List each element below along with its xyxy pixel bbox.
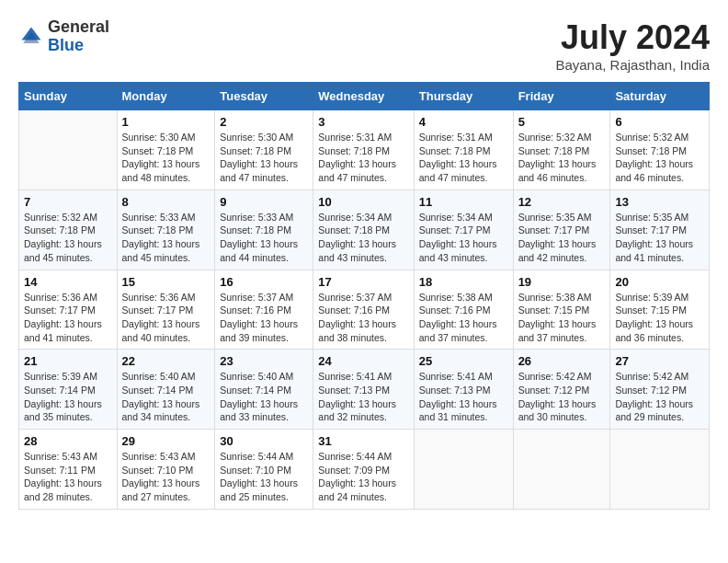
calendar-cell: 22Sunrise: 5:40 AMSunset: 7:14 PMDayligh…	[117, 350, 215, 430]
day-number: 22	[122, 354, 210, 368]
calendar-cell: 27Sunrise: 5:42 AMSunset: 7:12 PMDayligh…	[610, 350, 710, 430]
weekday-header: Saturday	[610, 83, 710, 110]
calendar-cell: 10Sunrise: 5:34 AMSunset: 7:18 PMDayligh…	[313, 190, 414, 270]
title-block: July 2024 Bayana, Rajasthan, India	[555, 18, 710, 73]
weekday-header: Wednesday	[313, 83, 414, 110]
calendar-cell: 7Sunrise: 5:32 AMSunset: 7:18 PMDaylight…	[19, 190, 118, 270]
day-number: 24	[318, 354, 408, 368]
calendar-cell: 1Sunrise: 5:30 AMSunset: 7:18 PMDaylight…	[117, 110, 215, 190]
day-number: 30	[220, 434, 308, 448]
day-number: 5	[518, 115, 606, 129]
day-info: Sunrise: 5:30 AMSunset: 7:18 PMDaylight:…	[122, 131, 210, 185]
day-number: 11	[419, 195, 508, 209]
calendar-cell: 26Sunrise: 5:42 AMSunset: 7:12 PMDayligh…	[513, 350, 610, 430]
weekday-header: Friday	[513, 83, 610, 110]
day-number: 19	[518, 275, 606, 289]
day-info: Sunrise: 5:32 AMSunset: 7:18 PMDaylight:…	[518, 131, 606, 185]
weekday-header: Thursday	[414, 83, 513, 110]
calendar-week-row: 28Sunrise: 5:43 AMSunset: 7:11 PMDayligh…	[19, 430, 710, 510]
day-info: Sunrise: 5:42 AMSunset: 7:12 PMDaylight:…	[615, 370, 704, 424]
calendar-cell: 30Sunrise: 5:44 AMSunset: 7:10 PMDayligh…	[215, 430, 313, 510]
day-info: Sunrise: 5:34 AMSunset: 7:17 PMDaylight:…	[419, 211, 508, 265]
calendar-cell: 21Sunrise: 5:39 AMSunset: 7:14 PMDayligh…	[19, 350, 118, 430]
day-number: 20	[615, 275, 704, 289]
calendar-cell: 15Sunrise: 5:36 AMSunset: 7:17 PMDayligh…	[117, 270, 215, 350]
day-number: 4	[419, 115, 508, 129]
page-header: General Blue July 2024 Bayana, Rajasthan…	[18, 18, 710, 73]
calendar-cell: 12Sunrise: 5:35 AMSunset: 7:17 PMDayligh…	[513, 190, 610, 270]
day-number: 12	[518, 195, 606, 209]
day-number: 9	[220, 195, 308, 209]
day-info: Sunrise: 5:40 AMSunset: 7:14 PMDaylight:…	[220, 370, 308, 424]
day-info: Sunrise: 5:32 AMSunset: 7:18 PMDaylight:…	[24, 211, 112, 265]
day-info: Sunrise: 5:30 AMSunset: 7:18 PMDaylight:…	[220, 131, 308, 185]
calendar-cell	[414, 430, 513, 510]
calendar-cell: 5Sunrise: 5:32 AMSunset: 7:18 PMDaylight…	[513, 110, 610, 190]
day-info: Sunrise: 5:38 AMSunset: 7:16 PMDaylight:…	[419, 291, 508, 345]
day-number: 17	[318, 275, 408, 289]
day-info: Sunrise: 5:43 AMSunset: 7:11 PMDaylight:…	[24, 450, 112, 504]
weekday-header: Monday	[117, 83, 215, 110]
day-info: Sunrise: 5:41 AMSunset: 7:13 PMDaylight:…	[419, 370, 508, 424]
day-info: Sunrise: 5:37 AMSunset: 7:16 PMDaylight:…	[220, 291, 308, 345]
calendar-cell: 11Sunrise: 5:34 AMSunset: 7:17 PMDayligh…	[414, 190, 513, 270]
day-number: 18	[419, 275, 508, 289]
calendar-cell: 23Sunrise: 5:40 AMSunset: 7:14 PMDayligh…	[215, 350, 313, 430]
day-info: Sunrise: 5:32 AMSunset: 7:18 PMDaylight:…	[615, 131, 704, 185]
day-number: 26	[518, 354, 606, 368]
calendar-cell: 28Sunrise: 5:43 AMSunset: 7:11 PMDayligh…	[19, 430, 118, 510]
day-number: 28	[24, 434, 112, 448]
day-number: 1	[122, 115, 210, 129]
day-number: 6	[615, 115, 704, 129]
day-number: 16	[220, 275, 308, 289]
day-number: 8	[122, 195, 210, 209]
logo-general: General	[48, 17, 109, 36]
calendar-cell: 17Sunrise: 5:37 AMSunset: 7:16 PMDayligh…	[313, 270, 414, 350]
calendar-cell: 6Sunrise: 5:32 AMSunset: 7:18 PMDaylight…	[610, 110, 710, 190]
day-info: Sunrise: 5:39 AMSunset: 7:14 PMDaylight:…	[24, 370, 112, 424]
logo: General Blue	[18, 18, 109, 55]
weekday-header: Sunday	[19, 83, 118, 110]
day-info: Sunrise: 5:36 AMSunset: 7:17 PMDaylight:…	[24, 291, 112, 345]
calendar-cell: 29Sunrise: 5:43 AMSunset: 7:10 PMDayligh…	[117, 430, 215, 510]
calendar-week-row: 1Sunrise: 5:30 AMSunset: 7:18 PMDaylight…	[19, 110, 710, 190]
day-info: Sunrise: 5:41 AMSunset: 7:13 PMDaylight:…	[318, 370, 408, 424]
day-info: Sunrise: 5:39 AMSunset: 7:15 PMDaylight:…	[615, 291, 704, 345]
day-number: 23	[220, 354, 308, 368]
day-number: 2	[220, 115, 308, 129]
day-info: Sunrise: 5:42 AMSunset: 7:12 PMDaylight:…	[518, 370, 606, 424]
logo-text: General Blue	[48, 18, 109, 55]
calendar-cell: 25Sunrise: 5:41 AMSunset: 7:13 PMDayligh…	[414, 350, 513, 430]
weekday-header-row: SundayMondayTuesdayWednesdayThursdayFrid…	[19, 83, 710, 110]
calendar-cell: 20Sunrise: 5:39 AMSunset: 7:15 PMDayligh…	[610, 270, 710, 350]
day-number: 10	[318, 195, 408, 209]
day-number: 29	[122, 434, 210, 448]
calendar-cell: 9Sunrise: 5:33 AMSunset: 7:18 PMDaylight…	[215, 190, 313, 270]
day-info: Sunrise: 5:31 AMSunset: 7:18 PMDaylight:…	[318, 131, 408, 185]
logo-blue: Blue	[48, 36, 84, 54]
day-number: 15	[122, 275, 210, 289]
calendar-cell: 19Sunrise: 5:38 AMSunset: 7:15 PMDayligh…	[513, 270, 610, 350]
day-number: 25	[419, 354, 508, 368]
day-info: Sunrise: 5:35 AMSunset: 7:17 PMDaylight:…	[518, 211, 606, 265]
calendar-cell: 18Sunrise: 5:38 AMSunset: 7:16 PMDayligh…	[414, 270, 513, 350]
calendar-cell: 13Sunrise: 5:35 AMSunset: 7:17 PMDayligh…	[610, 190, 710, 270]
calendar-table: SundayMondayTuesdayWednesdayThursdayFrid…	[18, 82, 710, 510]
calendar-week-row: 14Sunrise: 5:36 AMSunset: 7:17 PMDayligh…	[19, 270, 710, 350]
calendar-week-row: 21Sunrise: 5:39 AMSunset: 7:14 PMDayligh…	[19, 350, 710, 430]
day-info: Sunrise: 5:40 AMSunset: 7:14 PMDaylight:…	[122, 370, 210, 424]
weekday-header: Tuesday	[215, 83, 313, 110]
calendar-week-row: 7Sunrise: 5:32 AMSunset: 7:18 PMDaylight…	[19, 190, 710, 270]
calendar-cell: 24Sunrise: 5:41 AMSunset: 7:13 PMDayligh…	[313, 350, 414, 430]
calendar-cell: 31Sunrise: 5:44 AMSunset: 7:09 PMDayligh…	[313, 430, 414, 510]
day-number: 21	[24, 354, 112, 368]
day-info: Sunrise: 5:37 AMSunset: 7:16 PMDaylight:…	[318, 291, 408, 345]
calendar-cell: 3Sunrise: 5:31 AMSunset: 7:18 PMDaylight…	[313, 110, 414, 190]
day-info: Sunrise: 5:34 AMSunset: 7:18 PMDaylight:…	[318, 211, 408, 265]
day-info: Sunrise: 5:38 AMSunset: 7:15 PMDaylight:…	[518, 291, 606, 345]
month-year: July 2024	[555, 18, 710, 57]
day-info: Sunrise: 5:33 AMSunset: 7:18 PMDaylight:…	[122, 211, 210, 265]
day-info: Sunrise: 5:35 AMSunset: 7:17 PMDaylight:…	[615, 211, 704, 265]
calendar-cell: 2Sunrise: 5:30 AMSunset: 7:18 PMDaylight…	[215, 110, 313, 190]
calendar-cell: 8Sunrise: 5:33 AMSunset: 7:18 PMDaylight…	[117, 190, 215, 270]
